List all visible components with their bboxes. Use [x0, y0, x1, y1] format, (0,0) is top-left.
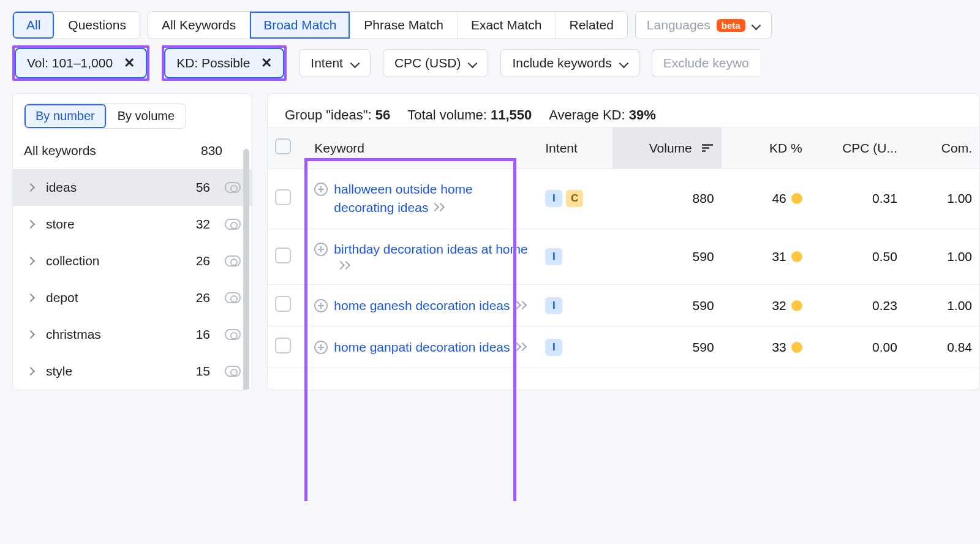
filter-exclude-keywords[interactable]: Exclude keywo [652, 49, 760, 77]
select-all-checkbox[interactable] [275, 138, 291, 154]
col-intent[interactable]: Intent [538, 127, 612, 169]
group-name: christmas [46, 327, 179, 342]
col-kd[interactable]: KD % [722, 127, 810, 169]
intent-cell: I C [538, 169, 612, 229]
group-count: 15 [189, 364, 210, 379]
eye-icon[interactable] [225, 255, 241, 266]
filter-cpc[interactable]: CPC (USD) [383, 49, 489, 77]
col-keyword[interactable]: Keyword [307, 127, 538, 169]
add-keyword-icon[interactable] [314, 183, 328, 196]
eye-icon[interactable] [225, 366, 241, 377]
groups-sidebar: By number By volume All keywords 830 ide… [12, 93, 252, 390]
eye-icon[interactable] [225, 292, 241, 303]
filter-intent[interactable]: Intent [299, 49, 371, 77]
com-cell: 0.84 [905, 327, 979, 368]
volume-cell: 880 [612, 169, 721, 229]
group-item-depot[interactable]: depot26 [13, 279, 252, 316]
eye-icon[interactable] [225, 182, 241, 193]
chevron-down-icon [350, 59, 359, 67]
kd-cell: 33 [722, 327, 810, 368]
stats-line: Group "ideas": 56 Total volume: 11,550 A… [268, 94, 979, 127]
group-name: store [46, 217, 179, 232]
filter-volume[interactable]: Vol: 101–1,000 ✕ [15, 48, 147, 78]
highlight-kd: KD: Possible ✕ [162, 45, 287, 81]
close-icon[interactable]: ✕ [124, 55, 135, 71]
row-checkbox[interactable] [275, 247, 291, 263]
add-keyword-icon[interactable] [314, 299, 328, 312]
filter-exclude-label: Exclude keywo [663, 56, 749, 70]
keyword-link[interactable]: halloween outside home decorating ideas [334, 182, 473, 214]
double-chevron-icon[interactable] [432, 203, 447, 213]
group-item-store[interactable]: store32 [13, 206, 252, 243]
keywords-table: Keyword Intent Volume KD % CPC (U... Com… [268, 127, 979, 368]
results-panel: Group "ideas": 56 Total volume: 11,550 A… [267, 93, 980, 390]
keyword-link[interactable]: home ganesh decoration ideas [334, 298, 510, 312]
all-keywords-row[interactable]: All keywords 830 [13, 129, 252, 169]
group-item-collection[interactable]: collection26 [13, 243, 252, 279]
sort-by-volume[interactable]: By volume [107, 104, 186, 128]
chevron-right-icon [28, 293, 36, 302]
cpc-cell: 0.31 [810, 169, 905, 229]
chevron-right-icon [28, 257, 36, 265]
row-checkbox[interactable] [275, 189, 291, 205]
keyword-link[interactable]: birthday decoration ideas at home [334, 242, 527, 256]
keyword-link[interactable]: home ganpati decoration ideas [334, 340, 510, 354]
eye-icon[interactable] [225, 219, 241, 230]
double-chevron-icon[interactable] [337, 261, 352, 271]
volume-cell: 590 [612, 285, 721, 327]
col-checkbox [268, 127, 307, 169]
chevron-right-icon [28, 367, 36, 376]
sort-by-number[interactable]: By number [24, 104, 107, 128]
tab-questions[interactable]: Questions [55, 12, 140, 39]
eye-icon[interactable] [225, 329, 241, 340]
tab-all-keywords[interactable]: All Keywords [148, 12, 250, 39]
filter-include-keywords[interactable]: Include keywords [500, 49, 639, 77]
intent-badge-c: C [566, 190, 583, 207]
close-icon[interactable]: ✕ [261, 55, 272, 71]
tab-related[interactable]: Related [556, 12, 627, 39]
languages-dropdown[interactable]: Languages beta [635, 11, 772, 39]
group-item-style[interactable]: style15 [13, 353, 252, 390]
table-row: halloween outside home decorating ideasI… [268, 169, 979, 229]
kd-dot-icon [791, 300, 802, 311]
intent-badge-i: I [545, 248, 562, 265]
com-cell: 1.00 [905, 229, 979, 284]
col-volume[interactable]: Volume [612, 127, 721, 169]
tab-exact-match[interactable]: Exact Match [458, 12, 556, 39]
kd-cell: 32 [722, 285, 810, 327]
tab-phrase-match[interactable]: Phrase Match [350, 12, 458, 39]
cpc-cell: 0.23 [810, 285, 905, 327]
filter-kd[interactable]: KD: Possible ✕ [164, 48, 284, 78]
chevron-right-icon [28, 330, 36, 339]
group-name: ideas [46, 180, 179, 195]
com-cell: 1.00 [905, 169, 979, 229]
intent-cell: I [538, 229, 612, 284]
group-count: 26 [189, 290, 210, 305]
chevron-down-icon [619, 59, 628, 67]
intent-badge-i: I [545, 190, 562, 207]
group-item-ideas[interactable]: ideas56 [13, 169, 252, 206]
col-com[interactable]: Com. [905, 127, 979, 169]
table-row: home ganesh decoration ideasI590320.231.… [268, 285, 979, 327]
tab-all[interactable]: All [13, 12, 55, 39]
tab-broad-match[interactable]: Broad Match [250, 12, 350, 39]
intent-badge-i: I [545, 297, 562, 314]
group-item-christmas[interactable]: christmas16 [13, 316, 252, 353]
kd-dot-icon [791, 342, 802, 353]
row-checkbox[interactable] [275, 296, 291, 312]
double-chevron-icon[interactable] [514, 301, 529, 311]
col-cpc[interactable]: CPC (U... [810, 127, 905, 169]
keyword-group-list: ideas56store32collection26depot26christm… [13, 169, 252, 390]
total-volume-label: Total volume: [407, 107, 491, 123]
add-keyword-icon[interactable] [314, 243, 328, 256]
group-count: 16 [189, 327, 210, 342]
double-chevron-icon[interactable] [514, 342, 529, 352]
sort-segmented: By number By volume [24, 104, 186, 129]
add-keyword-icon[interactable] [314, 341, 328, 354]
intent-badge-i: I [545, 339, 562, 356]
group-name: depot [46, 290, 179, 305]
avg-kd-value: 39% [629, 107, 656, 123]
primary-tab-group: All Questions [12, 11, 140, 39]
row-checkbox[interactable] [275, 338, 291, 353]
scrollbar-thumb[interactable] [243, 149, 249, 390]
